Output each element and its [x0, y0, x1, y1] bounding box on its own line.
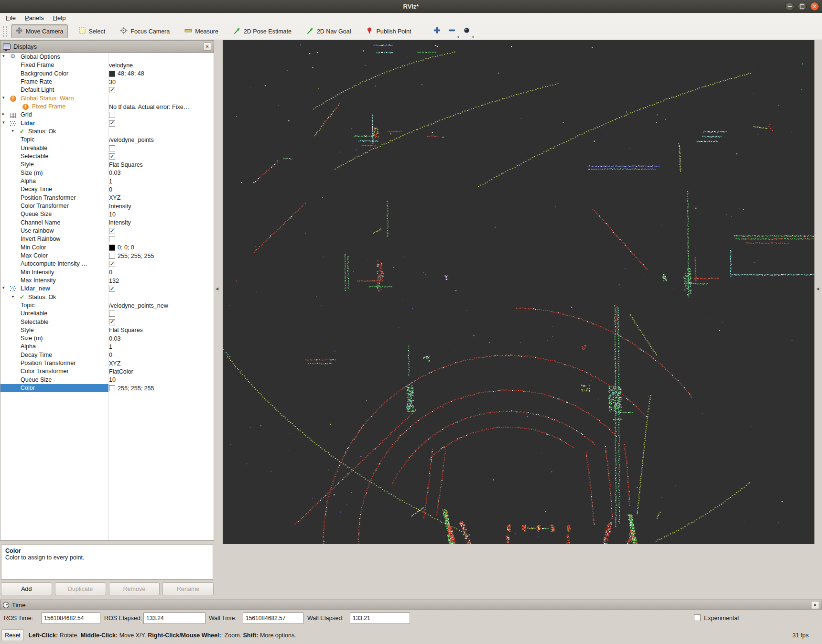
tree-row-decay-time[interactable]: Decay Time0 — [0, 185, 214, 193]
expander-icon[interactable]: ▸ — [12, 128, 14, 133]
tree-row-global-status-warn[interactable]: ▾!Global Status: Warn — [0, 95, 214, 103]
tree-row-position-transformer[interactable]: Position TransformerXYZ — [0, 359, 214, 367]
property-value[interactable]: Flat Squares — [109, 327, 143, 333]
property-value[interactable]: XYZ — [109, 360, 120, 367]
tree-row-style[interactable]: StyleFlat Squares — [0, 161, 214, 169]
property-checkbox[interactable]: ✓ — [109, 319, 115, 325]
menu-help[interactable]: Help — [53, 14, 66, 21]
tree-row-fixed-frame[interactable]: Fixed Framevelodyne — [0, 61, 214, 69]
tree-row-grid[interactable]: ▸Grid — [0, 111, 214, 119]
expander-icon[interactable]: ▾ — [2, 285, 5, 290]
tree-row-unreliable[interactable]: Unreliable — [0, 144, 214, 152]
chevron-down-icon[interactable]: ▾ — [472, 35, 474, 39]
tree-row-min-intensity[interactable]: Min Intensity0 — [0, 268, 214, 277]
property-value[interactable]: 0 — [109, 352, 112, 358]
tree-row-lidar-new[interactable]: ▾Lidar_new✓ — [0, 285, 214, 293]
property-value[interactable]: 10 — [109, 211, 116, 218]
tree-row-queue-size[interactable]: Queue Size10 — [0, 210, 214, 218]
tree-row-use-rainbow[interactable]: Use rainbow✓ — [0, 227, 214, 235]
tree-row-default-light[interactable]: Default Light✓ — [0, 86, 214, 94]
time-field-input[interactable]: 133.24 — [143, 612, 206, 624]
tree-row-alpha[interactable]: Alpha1 — [0, 177, 214, 185]
property-value[interactable]: FlatColor — [109, 368, 133, 375]
property-value[interactable]: /velodyne_points_new — [109, 302, 168, 309]
property-checkbox[interactable]: ✓ — [109, 87, 115, 93]
property-value[interactable]: Intensity — [109, 203, 131, 210]
tool-plus-button[interactable] — [432, 25, 442, 37]
maximize-button[interactable] — [798, 2, 807, 11]
tool-measure-button[interactable]: Measure — [180, 24, 223, 38]
property-checkbox[interactable] — [109, 311, 115, 317]
property-checkbox[interactable]: ✓ — [109, 228, 115, 234]
tree-row-lidar[interactable]: ▾Lidar✓ — [0, 119, 214, 128]
color-swatch[interactable] — [109, 71, 115, 77]
tree-row-background-color[interactable]: Background Color48; 48; 48 — [0, 70, 214, 78]
tree-row-min-color[interactable]: Min Color0; 0; 0 — [0, 244, 214, 252]
tool-eye-button[interactable]: ▾ — [462, 25, 472, 37]
tree-row-autocompute-intensity-[interactable]: Autocompute Intensity …✓ — [0, 260, 214, 268]
time-field-input[interactable]: 1561084682.54 — [41, 612, 100, 624]
tree-row-topic[interactable]: Topic/velodyne_points — [0, 136, 214, 144]
panel-splitter-right[interactable]: ◀ — [814, 40, 822, 544]
close-button[interactable]: × — [810, 2, 819, 11]
property-checkbox[interactable]: ✓ — [109, 261, 115, 267]
tree-row-max-intensity[interactable]: Max Intensity132 — [0, 277, 214, 285]
tool-minus-button[interactable]: ▾ — [447, 25, 457, 37]
property-value[interactable]: 0 — [109, 186, 112, 193]
remove-button[interactable]: Remove — [109, 582, 160, 595]
time-panel-header[interactable]: Time × — [0, 600, 822, 610]
property-value[interactable]: velodyne — [109, 62, 133, 69]
menu-file[interactable]: File — [6, 14, 16, 21]
property-checkbox[interactable] — [109, 236, 115, 242]
property-checkbox[interactable]: ✓ — [109, 153, 115, 160]
displays-close-button[interactable]: × — [203, 43, 211, 51]
tree-row-frame-rate[interactable]: Frame Rate30 — [0, 78, 214, 86]
tree-row-selectable[interactable]: Selectable✓ — [0, 318, 214, 326]
property-value[interactable]: 0.03 — [109, 335, 120, 342]
tree-row-fixed-frame[interactable]: !Fixed FrameNo tf data. Actual error: Fi… — [0, 103, 214, 111]
3d-viewport[interactable] — [223, 40, 814, 544]
displays-tree[interactable]: ▾⚙Global OptionsFixed FramevelodyneBackg… — [0, 53, 214, 541]
property-value[interactable]: 255; 255; 255 — [118, 385, 154, 392]
expander-icon[interactable]: ▸ — [2, 111, 5, 116]
property-value[interactable]: intensity — [109, 219, 131, 226]
property-checkbox[interactable]: ✓ — [109, 120, 115, 127]
tree-row-color[interactable]: Color255; 255; 255 — [0, 384, 214, 392]
time-field-input[interactable]: 133.21 — [350, 612, 410, 624]
expander-icon[interactable]: ▾ — [2, 54, 5, 58]
expander-icon[interactable]: ▸ — [12, 294, 14, 299]
experimental-checkbox[interactable] — [694, 614, 701, 621]
expander-icon[interactable]: ▾ — [2, 120, 5, 125]
property-value[interactable]: XYZ — [109, 194, 120, 201]
tree-row-color-transformer[interactable]: Color TransformerIntensity — [0, 202, 214, 210]
tool-pose-estimate-button[interactable]: 2D Pose Estimate — [229, 24, 296, 38]
property-checkbox[interactable] — [109, 112, 115, 118]
tree-row-color-transformer[interactable]: Color TransformerFlatColor — [0, 367, 214, 376]
collapse-right-icon[interactable]: ◀ — [816, 287, 819, 291]
color-swatch[interactable] — [109, 253, 115, 259]
rename-button[interactable]: Rename — [162, 582, 214, 595]
property-checkbox[interactable] — [109, 145, 115, 151]
property-value[interactable]: 255; 255; 255 — [118, 253, 154, 259]
property-checkbox[interactable]: ✓ — [109, 286, 115, 292]
time-close-button[interactable]: × — [811, 601, 819, 609]
menu-panels[interactable]: Panels — [25, 14, 44, 21]
color-swatch[interactable] — [109, 245, 115, 251]
color-swatch[interactable] — [109, 385, 115, 391]
tool-focus-camera-button[interactable]: Focus Camera — [116, 24, 174, 38]
tree-row-queue-size[interactable]: Queue Size10 — [0, 376, 214, 384]
tree-row-decay-time[interactable]: Decay Time0 — [0, 351, 214, 359]
property-value[interactable]: 132 — [109, 278, 119, 284]
tree-row-selectable[interactable]: Selectable✓ — [0, 152, 214, 161]
tree-row-unreliable[interactable]: Unreliable — [0, 310, 214, 318]
tree-row-size-m-[interactable]: Size (m)0.03 — [0, 169, 214, 177]
tree-row-status-ok[interactable]: ▸✓Status: Ok — [0, 293, 214, 301]
tree-row-max-color[interactable]: Max Color255; 255; 255 — [0, 252, 214, 260]
property-value[interactable]: 0.03 — [109, 170, 120, 176]
property-value[interactable]: Flat Squares — [109, 161, 143, 168]
toolbar-drag-handle[interactable] — [3, 26, 7, 37]
chevron-down-icon[interactable]: ▾ — [457, 35, 459, 39]
panel-splitter-left[interactable]: ◀ — [214, 40, 223, 544]
property-value[interactable]: 30 — [109, 79, 116, 86]
reset-button[interactable]: Reset — [1, 629, 24, 641]
